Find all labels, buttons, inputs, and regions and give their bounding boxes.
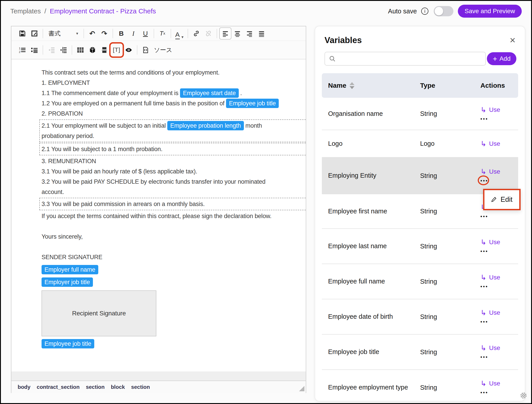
table-icon[interactable]: [74, 44, 86, 56]
row-menu-button[interactable]: •••: [481, 284, 488, 289]
editable-section[interactable]: 3.3 You will be paid commission in arrea…: [39, 198, 306, 210]
use-arrow-icon: ↳: [481, 168, 487, 175]
use-button[interactable]: ↳Use: [481, 309, 518, 316]
indent-icon[interactable]: [58, 44, 70, 56]
editable-section[interactable]: 2.1 Your employment will be subject to a…: [39, 120, 306, 142]
use-button[interactable]: ↳Use: [481, 168, 518, 175]
path-item[interactable]: block: [111, 384, 125, 390]
source-label[interactable]: ソース: [154, 46, 172, 54]
horizontal-scrollbar[interactable]: [11, 372, 306, 381]
row-menu-button[interactable]: •••: [481, 390, 488, 395]
table-row[interactable]: LogoLogo↳Use: [322, 130, 518, 158]
table-row[interactable]: Employee date of birthString↳Use•••: [322, 299, 518, 335]
path-item[interactable]: section: [131, 384, 150, 390]
preview-eye-icon[interactable]: [123, 44, 135, 56]
close-icon[interactable]: ×: [510, 35, 515, 45]
variable-chip[interactable]: Employee start date: [180, 88, 238, 98]
chevron-down-icon: ▾: [76, 31, 78, 36]
path-item[interactable]: contract_section: [37, 384, 79, 390]
italic-button[interactable]: I: [127, 27, 139, 39]
format-dropdown[interactable]: 書式 ▾: [45, 30, 81, 38]
variable-actions: ↳Use•••: [481, 309, 518, 324]
table-header: Name Type Actions: [322, 73, 518, 98]
variables-table: Name Type Actions Organisation nameStrin…: [322, 73, 518, 401]
sort-icon[interactable]: [350, 82, 354, 89]
variable-name: Organisation name: [322, 109, 420, 119]
text-color-button[interactable]: A▾: [173, 27, 185, 39]
contract-line: 3.2 You will be paid PAY SCHEDULE by ele…: [42, 177, 306, 187]
bold-button[interactable]: B: [115, 27, 127, 39]
contract-line: 1.2 You are employed on a permanent full…: [42, 98, 306, 108]
editor-content[interactable]: This contract sets out the terms and con…: [11, 59, 306, 372]
table-row[interactable]: Employee full nameString↳Use•••: [322, 264, 518, 299]
remove-format-button[interactable]: Tx: [156, 27, 168, 39]
variable-chip[interactable]: Employee job title: [42, 339, 94, 348]
row-menu-button[interactable]: •••: [481, 249, 488, 254]
use-arrow-icon: ↳: [481, 380, 487, 387]
undo-icon[interactable]: ↶: [86, 27, 98, 39]
save-and-preview-button[interactable]: Save and Preview: [458, 5, 522, 18]
use-button[interactable]: ↳Use: [481, 274, 518, 281]
align-left-button[interactable]: [219, 27, 231, 39]
row-menu-button[interactable]: •••: [481, 355, 488, 360]
add-variable-button[interactable]: + Add: [487, 52, 516, 65]
use-button[interactable]: ↳Use: [481, 140, 518, 147]
search-input[interactable]: [325, 52, 486, 66]
table-row[interactable]: Organisation nameString↳Use•••: [322, 98, 518, 130]
use-button[interactable]: ↳Use: [481, 380, 518, 387]
variable-chip[interactable]: Employee probation length: [167, 121, 244, 130]
save-icon[interactable]: [16, 27, 28, 39]
path-item[interactable]: section: [86, 384, 104, 390]
align-right-button[interactable]: [244, 27, 256, 39]
path-item[interactable]: body: [18, 384, 30, 390]
use-arrow-icon: ↳: [481, 239, 487, 246]
breadcrumb-templates[interactable]: Templates: [10, 7, 41, 15]
numbered-list-icon[interactable]: 12: [16, 44, 28, 56]
link-icon[interactable]: [190, 27, 202, 39]
variable-type: String: [420, 384, 481, 391]
variable-chip[interactable]: Employer job title: [42, 278, 93, 287]
breadcrumb-current[interactable]: Employment Contract - Pizza Chefs: [50, 7, 156, 15]
row-menu-button[interactable]: •••: [481, 214, 488, 219]
align-center-button[interactable]: [231, 27, 244, 39]
table-row[interactable]: Employee last nameString↳Use•••: [322, 229, 518, 264]
source-icon[interactable]: [140, 44, 152, 56]
use-button[interactable]: ↳Use: [481, 106, 518, 114]
variable-chip[interactable]: Employer full name: [42, 265, 98, 274]
use-label: Use: [489, 239, 500, 246]
redo-icon[interactable]: ↷: [98, 27, 110, 39]
variable-name: Logo: [322, 139, 420, 149]
contract-line: 1. EMPLOYMENT: [42, 78, 306, 88]
contract-line: SENDER SIGNATURE: [42, 252, 306, 262]
underline-button[interactable]: U: [139, 27, 151, 39]
recipient-signature-box[interactable]: Recipient Signature: [42, 290, 156, 336]
justify-button[interactable]: [256, 27, 268, 39]
variable-type: String: [420, 172, 481, 179]
variable-chip[interactable]: Employee job title: [226, 99, 279, 108]
contract-line: 3.1 You will be paid an hourly rate of $…: [42, 166, 306, 177]
resize-handle[interactable]: [299, 386, 304, 391]
editable-section[interactable]: 2.1 You will be subject to a 1 month pro…: [39, 143, 306, 155]
edit-menu[interactable]: Edit: [483, 189, 521, 210]
section-break-icon[interactable]: [98, 44, 110, 56]
gear-icon[interactable]: [519, 391, 527, 400]
use-label: Use: [489, 106, 500, 114]
row-menu-button[interactable]: •••: [481, 117, 488, 121]
row-menu-button[interactable]: •••: [481, 178, 488, 183]
bullet-list-icon[interactable]: [28, 44, 40, 56]
use-arrow-icon: ↳: [481, 106, 487, 114]
column-header-name[interactable]: Name: [322, 82, 420, 89]
autosave-toggle[interactable]: [434, 6, 453, 16]
element-path-bar: bodycontract_sectionsectionblocksection: [11, 381, 306, 393]
table-row[interactable]: Employee employment typeString↳Use•••: [322, 370, 518, 401]
info-icon[interactable]: i: [421, 8, 428, 15]
variables-panel: Variables × + Add Name Type A: [315, 26, 525, 401]
insert-variable-button[interactable]: [T]: [110, 44, 123, 56]
table-row[interactable]: Employee job titleString↳Use•••: [322, 335, 518, 370]
use-button[interactable]: ↳Use: [481, 239, 518, 246]
new-template-icon[interactable]: [28, 27, 40, 39]
use-button[interactable]: ↳Use: [481, 344, 518, 352]
top-bar: Templates / Employment Contract - Pizza …: [1, 1, 531, 21]
row-menu-button[interactable]: •••: [481, 319, 488, 324]
block-cube-icon[interactable]: [86, 44, 98, 56]
